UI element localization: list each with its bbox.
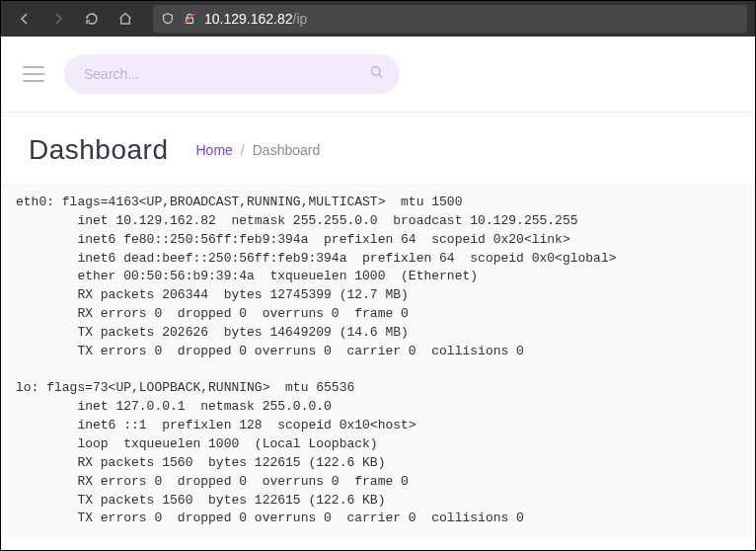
page-title: Dashboard [29,134,168,166]
breadcrumb: Home / Dashboard [195,142,320,158]
ifconfig-output: eth0: flags=4163<UP,BROADCAST,RUNNING,MU… [2,184,754,538]
back-button[interactable] [9,4,40,34]
menu-button[interactable] [23,66,44,82]
hamburger-line [23,73,44,75]
arrow-left-icon [17,11,33,27]
forward-button[interactable] [42,4,74,34]
arrow-right-icon [50,11,66,27]
home-icon [117,11,133,27]
title-row: Dashboard Home / Dashboard [1,113,755,184]
svg-point-2 [371,67,379,75]
search-input[interactable] [64,54,400,94]
insecure-icon [183,12,196,26]
svg-line-3 [379,74,382,77]
address-bar[interactable]: 10.129.162.82/ip [153,5,747,33]
search-wrap [64,54,400,94]
breadcrumb-current: Dashboard [253,142,321,158]
page-content: Dashboard Home / Dashboard eth0: flags=4… [1,37,755,550]
search-icon [369,65,384,84]
url-text: 10.129.162.82/ip [204,11,307,27]
app-header [1,37,755,113]
shield-icon [161,12,175,26]
breadcrumb-home[interactable]: Home [195,142,232,158]
home-button[interactable] [110,4,141,34]
reload-button[interactable] [76,4,108,34]
browser-toolbar: 10.129.162.82/ip [1,1,755,37]
hamburger-line [23,80,44,82]
hamburger-line [23,66,44,68]
breadcrumb-sep: / [241,142,245,158]
reload-icon [84,11,100,27]
